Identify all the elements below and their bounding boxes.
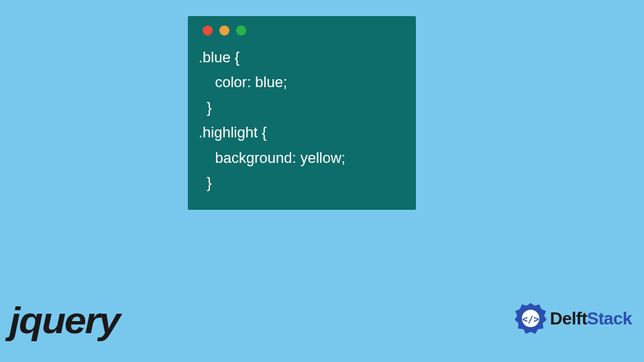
jquery-logo-text: jQuery — [9, 299, 119, 341]
jquery-logo: jQuery — [9, 298, 119, 342]
svg-text:</>: </> — [522, 314, 539, 324]
window-traffic-lights — [203, 25, 405, 36]
delftstack-prefix: Delft — [550, 308, 587, 328]
delftstack-gear-icon: </> — [514, 302, 547, 335]
maximize-icon — [236, 25, 246, 36]
close-icon — [203, 25, 213, 36]
code-window: .blue { color: blue; } .highlight { back… — [188, 16, 416, 210]
delftstack-suffix: Stack — [587, 308, 632, 328]
code-content: .blue { color: blue; } .highlight { back… — [199, 45, 405, 195]
minimize-icon — [219, 25, 229, 36]
delftstack-text: DelftStack — [550, 308, 632, 329]
delftstack-logo: </> DelftStack — [514, 302, 632, 335]
